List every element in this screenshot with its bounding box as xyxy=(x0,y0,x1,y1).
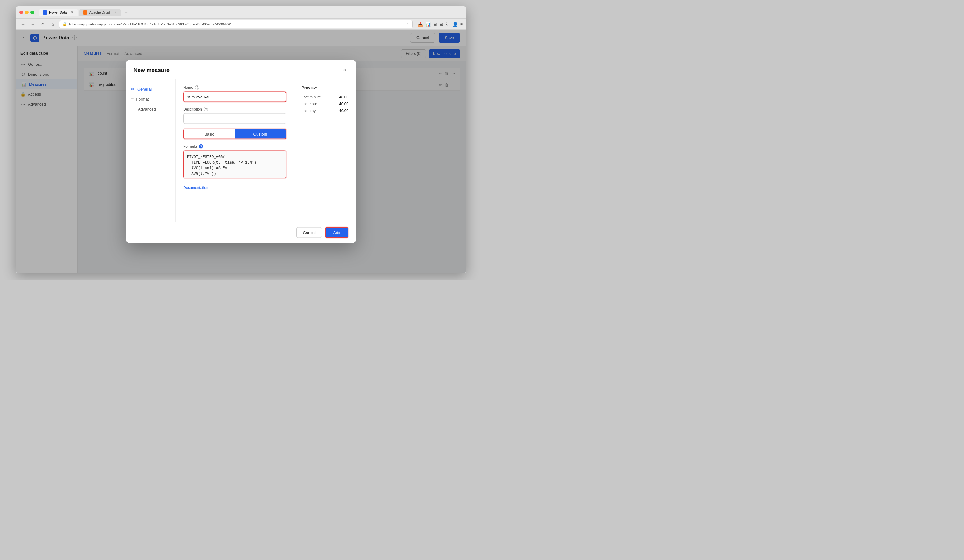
address-bar[interactable]: 🔒 https://imply-sales.implycloud.com/p/e… xyxy=(59,20,413,28)
modal-footer: Cancel Add xyxy=(126,222,356,243)
close-traffic-light[interactable] xyxy=(19,11,23,14)
modal-nav-advanced[interactable]: ⋯ Advanced xyxy=(126,104,176,114)
browser-titlebar: Power Data × Apache Druid × + xyxy=(16,6,466,19)
preview-label-last-day: Last day xyxy=(301,109,316,113)
preview-row-last-hour: Last hour 40.00 xyxy=(301,101,348,107)
modal-nav-general-icon: ✏ xyxy=(131,87,135,92)
app-content: ← ⬡ Power Data ⓘ Cancel Save Edit data c… xyxy=(16,30,466,273)
name-help-icon[interactable]: ? xyxy=(195,85,199,90)
modal-nav-format-icon: ≡ xyxy=(131,97,134,102)
preview-title: Preview xyxy=(301,85,348,90)
modal-cancel-button[interactable]: Cancel xyxy=(296,227,322,238)
mode-toggle-group: Basic Custom xyxy=(183,129,287,140)
back-button[interactable]: ← xyxy=(19,21,27,28)
preview-row-last-day: Last day 40.00 xyxy=(301,107,348,114)
formula-help-icon[interactable]: ? xyxy=(199,144,203,149)
modal-body: ✏ General ≡ Format ⋯ Advanced xyxy=(126,79,356,222)
preview-row-last-minute: Last minute 48.00 xyxy=(301,94,348,101)
name-label-text: Name xyxy=(183,85,193,90)
description-input[interactable] xyxy=(183,113,287,124)
modal-title: New measure xyxy=(134,67,341,73)
forward-button[interactable]: → xyxy=(29,21,37,28)
url-text: https://imply-sales.implycloud.com/p/e5d… xyxy=(69,22,404,26)
name-label: Name ? xyxy=(183,85,287,90)
new-tab-button[interactable]: + xyxy=(122,9,130,16)
modal-nav-format-label: Format xyxy=(136,97,149,101)
tab-power-data[interactable]: Power Data × xyxy=(39,9,78,16)
preview-value-last-hour: 40.00 xyxy=(339,102,348,106)
modal-header: New measure × xyxy=(126,60,356,79)
tab-apache-druid[interactable]: Apache Druid × xyxy=(79,9,121,16)
tab-power-data-label: Power Data xyxy=(49,11,67,14)
description-label: Description ? xyxy=(183,107,287,112)
maximize-traffic-light[interactable] xyxy=(31,11,34,14)
description-field-group: Description ? xyxy=(183,107,287,124)
modal-form-content: Name ? Description ? xyxy=(176,79,294,222)
custom-mode-button[interactable]: Custom xyxy=(235,130,286,139)
tab-close-apache-druid[interactable]: × xyxy=(113,10,117,15)
address-bar-icons: ☆ xyxy=(406,22,409,26)
modal-nav-advanced-icon: ⋯ xyxy=(131,107,135,112)
traffic-lights xyxy=(19,11,34,14)
minimize-traffic-light[interactable] xyxy=(25,11,29,14)
modal-nav: ✏ General ≡ Format ⋯ Advanced xyxy=(126,79,176,222)
basic-mode-button[interactable]: Basic xyxy=(184,130,235,139)
browser-tabs: Power Data × Apache Druid × + xyxy=(39,9,463,16)
modal-nav-general[interactable]: ✏ General xyxy=(126,84,176,94)
preview-label-last-hour: Last hour xyxy=(301,102,317,106)
modal-preview: Preview Last minute 48.00 Last hour 40.0… xyxy=(294,79,356,222)
name-field-group: Name ? xyxy=(183,85,287,102)
tab-apache-druid-label: Apache Druid xyxy=(89,11,110,14)
preview-label-last-minute: Last minute xyxy=(301,95,321,99)
refresh-button[interactable]: ↻ xyxy=(39,21,47,28)
modal-close-button[interactable]: × xyxy=(341,67,348,74)
modal-add-button[interactable]: Add xyxy=(325,227,348,238)
description-label-text: Description xyxy=(183,107,202,112)
formula-textarea[interactable]: PIVOT_NESTED_AGG( TIME_FLOOR(t.__time, '… xyxy=(183,151,287,179)
apache-druid-tab-icon xyxy=(83,10,87,15)
description-help-icon[interactable]: ? xyxy=(204,107,208,112)
mode-toggle: Basic Custom xyxy=(183,129,287,140)
browser-toolbar-icons: 📥 📊 ⊞ ⊟ 🛡 👤 ≡ xyxy=(418,22,463,27)
name-input[interactable] xyxy=(183,92,287,102)
home-button[interactable]: ⌂ xyxy=(49,21,57,28)
preview-value-last-day: 40.00 xyxy=(339,109,348,113)
power-data-tab-icon xyxy=(43,10,47,15)
formula-label-text: Formula xyxy=(183,144,197,149)
modal-dialog: New measure × ✏ General ≡ Format xyxy=(126,60,356,243)
modal-nav-general-label: General xyxy=(137,87,151,91)
browser-addressbar: ← → ↻ ⌂ 🔒 https://imply-sales.implycloud… xyxy=(16,19,466,30)
documentation-link[interactable]: Documentation xyxy=(183,186,208,190)
formula-field-group: Formula ? PIVOT_NESTED_AGG( TIME_FLOOR(t… xyxy=(183,144,287,180)
preview-value-last-minute: 48.00 xyxy=(339,95,348,99)
formula-label: Formula ? xyxy=(183,144,287,149)
modal-nav-format[interactable]: ≡ Format xyxy=(126,94,176,104)
modal-nav-advanced-label: Advanced xyxy=(138,107,156,111)
modal-overlay[interactable]: New measure × ✏ General ≡ Format xyxy=(16,30,466,273)
tab-close-power-data[interactable]: × xyxy=(70,10,74,15)
